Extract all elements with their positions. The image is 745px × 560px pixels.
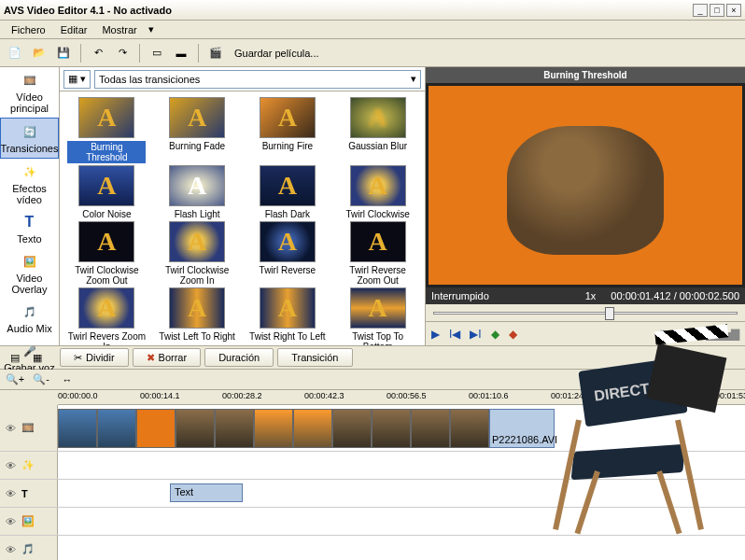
- window-title: AVS Video Editor 4.1 - No activado: [4, 5, 691, 16]
- transition-label: Twist Top To Bottom: [339, 331, 417, 345]
- minimize-button[interactable]: _: [693, 4, 708, 17]
- produce-icon[interactable]: 🎬: [204, 42, 227, 64]
- ruler-mark: 00:00:00.0: [58, 391, 98, 400]
- mark-in-button[interactable]: ◆: [491, 328, 499, 341]
- function-bar: ▤ ▦ ✂Dividir ✖Borrar Duración Transición: [0, 345, 745, 370]
- transition-thumb[interactable]: ATwirl Reverse Zoom Out: [336, 221, 419, 286]
- transition-thumb[interactable]: ATwirl Clockwise Zoom In: [156, 221, 239, 286]
- video-clip-tail[interactable]: P2221086.AVI: [489, 409, 555, 448]
- transition-preview: A: [350, 287, 406, 329]
- transition-thumb[interactable]: ATwirl Clockwise: [336, 165, 419, 219]
- menubar: Fichero Editar Mostrar ▾: [0, 21, 745, 39]
- sidebar-item-audiomix[interactable]: 🎵Audio Mix: [0, 299, 59, 338]
- new-button[interactable]: 📄: [4, 42, 26, 64]
- text-clip[interactable]: Text: [170, 483, 243, 502]
- save-button[interactable]: 💾: [52, 42, 75, 64]
- transition-thumb[interactable]: ABurning Fade: [156, 97, 239, 163]
- track-overlay-body[interactable]: [58, 508, 745, 535]
- prev-frame-button[interactable]: I◀: [449, 328, 460, 341]
- undo-button[interactable]: ↶: [87, 42, 109, 64]
- sidebar-item-efectos[interactable]: ✨Efectos vídeo: [0, 159, 59, 209]
- zoom-out-button[interactable]: 🔍-: [30, 369, 52, 391]
- view-dropdown[interactable]: ▦ ▾: [63, 70, 91, 89]
- transition-label: Twirl Revers Zoom In: [67, 331, 146, 345]
- ruler-mark: 00:00:56.5: [387, 391, 427, 400]
- transitions-grid: ABurning ThresholdABurning FadeABurning …: [60, 91, 425, 345]
- snapshot-button[interactable]: 📷: [659, 328, 673, 341]
- visibility-toggle[interactable]: 👁: [6, 516, 16, 527]
- save-movie-button[interactable]: Guardar película...: [229, 48, 325, 59]
- split-button[interactable]: ✂Dividir: [60, 348, 129, 367]
- transition-thumb[interactable]: AFlash Dark: [246, 165, 330, 219]
- video-clips[interactable]: [58, 409, 489, 448]
- video-track-icon: 🎞️: [21, 422, 35, 434]
- audiomix-track-icon: 🎵: [21, 543, 35, 555]
- transition-thumb[interactable]: ATwirl Reverse: [246, 221, 330, 286]
- sidebar-item-overlay[interactable]: 🖼️Video Overlay: [0, 248, 59, 299]
- zoom-fit-button[interactable]: ↔: [56, 369, 78, 391]
- transition-thumb[interactable]: ATwist Left To Right: [156, 287, 239, 345]
- sidebar: 🎞️Vídeo principal 🔄Transiciones ✨Efectos…: [0, 67, 60, 345]
- transition-preview: A: [169, 221, 225, 262]
- transition-thumb[interactable]: ATwirl Revers Zoom In: [65, 287, 148, 345]
- sidebar-item-transiciones[interactable]: 🔄Transiciones: [0, 118, 59, 159]
- volume-indicator[interactable]: ▁▃▅▇: [706, 328, 739, 341]
- menu-edit[interactable]: Editar: [53, 22, 95, 37]
- visibility-toggle[interactable]: 👁: [6, 488, 16, 499]
- transition-label: Flash Light: [175, 209, 220, 219]
- visibility-toggle[interactable]: 👁: [6, 460, 16, 471]
- preview-screen: [429, 86, 742, 285]
- menu-view[interactable]: Mostrar: [94, 22, 144, 37]
- transition-thumb[interactable]: AFlash Light: [156, 165, 239, 219]
- next-frame-button[interactable]: ▶I: [470, 328, 481, 341]
- transition-preview: A: [78, 165, 134, 206]
- transition-thumb[interactable]: ATwist Top To Bottom: [336, 287, 419, 345]
- menu-file[interactable]: Fichero: [4, 22, 53, 37]
- ruler-mark: 00:01:53.0: [715, 391, 745, 400]
- close-button[interactable]: ×: [726, 4, 741, 17]
- visibility-toggle[interactable]: 👁: [6, 544, 16, 555]
- transition-thumb[interactable]: ATwist Right To Left: [246, 287, 330, 345]
- duration-button[interactable]: Duración: [204, 348, 274, 367]
- mark-out-button[interactable]: ◆: [509, 328, 517, 341]
- play-button[interactable]: ▶: [431, 328, 440, 341]
- track-video: 👁🎞️ P2221086.AVI: [0, 405, 745, 452]
- zoom-in-button[interactable]: 🔍+: [4, 369, 26, 391]
- transition-label: Burning Fade: [169, 141, 225, 151]
- visibility-toggle[interactable]: 👁: [6, 423, 16, 434]
- timeline-view-button[interactable]: ▤: [4, 346, 26, 369]
- ruler-mark: 00:00:42.3: [304, 391, 344, 400]
- transition-label: Twirl Reverse: [260, 265, 316, 275]
- aspect2-button[interactable]: ▬: [170, 42, 192, 64]
- open-button[interactable]: 📂: [28, 42, 50, 64]
- sidebar-item-texto[interactable]: TTexto: [0, 209, 59, 248]
- preview-slider[interactable]: [426, 304, 745, 321]
- effects-track-icon: ✨: [21, 459, 35, 471]
- transition-thumb[interactable]: AGaussian Blur: [336, 97, 419, 163]
- delete-button[interactable]: ✖Borrar: [133, 348, 202, 367]
- track-text-body[interactable]: Text: [58, 480, 745, 507]
- transition-thumb[interactable]: ATwirl Clockwise Zoom Out: [65, 221, 148, 286]
- transition-thumb[interactable]: ABurning Fire: [246, 97, 330, 163]
- preview-controls: ▶ I◀ ▶I ◆ ◆ 📷 🔊 ▁▃▅▇: [426, 321, 745, 345]
- storyboard-view-button[interactable]: ▦: [26, 346, 49, 369]
- overlay-track-icon: 🖼️: [21, 515, 35, 527]
- transition-thumb[interactable]: AColor Noise: [65, 165, 148, 219]
- transition-thumb[interactable]: ABurning Threshold: [65, 97, 148, 163]
- mute-button[interactable]: 🔊: [682, 328, 696, 341]
- filter-dropdown[interactable]: Todas las transiciones▾: [94, 70, 421, 89]
- track-effects-body[interactable]: [58, 452, 745, 479]
- transition-button[interactable]: Transición: [277, 348, 352, 367]
- redo-button[interactable]: ↷: [111, 42, 134, 64]
- track-audiomix-body[interactable]: [58, 536, 745, 560]
- maximize-button[interactable]: □: [710, 4, 724, 17]
- preview-title: Burning Threshold: [426, 67, 745, 83]
- preview-panel: Burning Threshold Interrumpido 1x 00:00:…: [426, 67, 745, 345]
- film-icon: 🎞️: [21, 71, 39, 90]
- aspect1-button[interactable]: ▭: [146, 42, 168, 64]
- toolbar: 📄 📂 💾 ↶ ↷ ▭ ▬ 🎬 Guardar película...: [0, 39, 745, 67]
- track-video-body[interactable]: P2221086.AVI: [58, 405, 745, 451]
- timeline-ruler[interactable]: 00:00:00.000:00:14.100:00:28.200:00:42.3…: [58, 390, 745, 405]
- track-text: 👁T Text: [0, 480, 745, 508]
- sidebar-item-video-principal[interactable]: 🎞️Vídeo principal: [0, 67, 59, 118]
